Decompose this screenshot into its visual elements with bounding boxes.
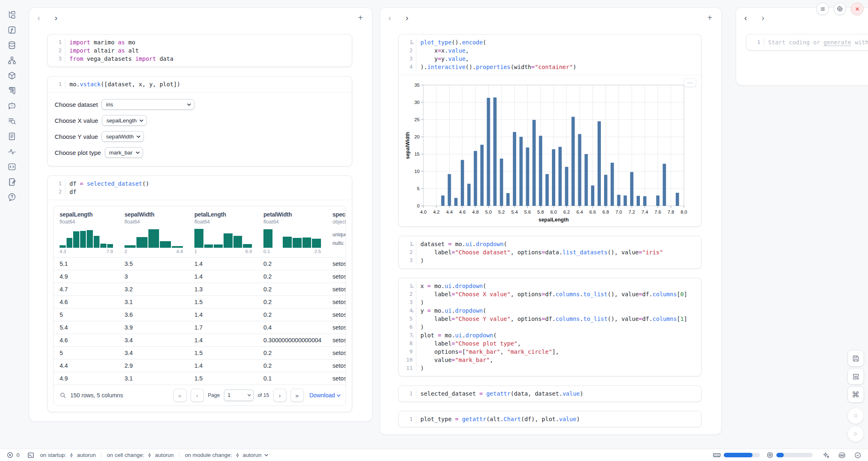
documentation-icon[interactable]: [7, 86, 17, 96]
add-column-icon[interactable]: +: [707, 14, 712, 21]
svg-text:25: 25: [414, 117, 420, 122]
tracing-icon[interactable]: [7, 147, 17, 157]
stop-button[interactable]: [847, 408, 864, 424]
add-column-icon[interactable]: +: [358, 14, 363, 21]
command-palette-button[interactable]: ⌘: [847, 386, 864, 403]
column-header-sepalWidth[interactable]: sepalWidthfloat6424.4: [119, 206, 189, 258]
column-header-petalLength[interactable]: petalLengthfloat6416.9: [189, 206, 258, 258]
chevron-down-icon: [136, 151, 140, 154]
table-cell: 5: [54, 309, 119, 321]
hist-max: 7.9: [106, 249, 113, 254]
table-row[interactable]: 4.63.41.40.3000000000000004setosa: [54, 334, 346, 347]
menu-button[interactable]: [816, 2, 829, 15]
line-numbers: 1: [48, 80, 65, 88]
code-export-icon[interactable]: [7, 162, 17, 172]
choose-plot-type-select[interactable]: mark_bar: [105, 147, 143, 158]
copilot-icon: [838, 452, 846, 459]
dependency-graph-icon[interactable]: [7, 55, 17, 65]
code-editor[interactable]: 1plot_type = getattr(alt.Chart(df), plot…: [399, 411, 701, 427]
column-forward-icon[interactable]: ›: [762, 14, 772, 21]
table-cell: 1.4: [189, 360, 258, 372]
packages-icon[interactable]: [7, 71, 17, 81]
last-page-button[interactable]: »: [291, 389, 304, 402]
table-row[interactable]: 4.93.11.50.1setosa: [54, 372, 346, 385]
choose-x-value-select[interactable]: sepalLength: [102, 115, 147, 126]
table-row[interactable]: 4.42.91.40.2setosa: [54, 360, 346, 372]
terminal-button[interactable]: [27, 452, 35, 459]
table-cell: 3.4: [119, 334, 189, 347]
table-cell: 0.3000000000000004: [258, 334, 327, 347]
first-page-button[interactable]: «: [173, 389, 187, 402]
logs-search-icon[interactable]: [7, 116, 17, 126]
choose-dataset-select[interactable]: iris: [102, 99, 194, 110]
svg-text:20: 20: [414, 134, 420, 139]
table-row[interactable]: 5.13.51.40.2setosa: [54, 258, 346, 270]
save-button[interactable]: [847, 350, 864, 366]
table-cell: 4.9: [54, 372, 119, 385]
column-back-icon[interactable]: ‹: [744, 14, 755, 21]
runtime-config-on-module-change[interactable]: on module change:autorun: [185, 452, 269, 458]
bar-chart[interactable]: 4.04.24.44.64.85.05.25.45.65.86.06.26.46…: [404, 80, 688, 225]
snippets-icon[interactable]: [7, 131, 17, 141]
copilot-button[interactable]: [838, 452, 846, 459]
choose-y-value-select[interactable]: sepalWidth: [102, 131, 144, 142]
column-forward-icon[interactable]: ›: [55, 14, 65, 21]
table-cell: 1.4: [189, 258, 258, 270]
ai-assistant-button[interactable]: [822, 452, 830, 459]
svg-text:30: 30: [414, 100, 420, 105]
column-header-species[interactable]: speciesobjectunique:nulls:: [327, 206, 346, 258]
scratchpad-icon[interactable]: [7, 177, 17, 187]
code-lines: dataset = mo.ui.dropdown( label="Choose …: [416, 240, 701, 265]
layout-toggle-button[interactable]: [847, 368, 864, 385]
hist-max: 6.9: [245, 249, 252, 254]
table-row[interactable]: 4.63.11.50.2setosa: [54, 296, 346, 309]
table-cell: 0.2: [258, 309, 327, 321]
column-back-icon[interactable]: ‹: [388, 14, 399, 21]
search-icon[interactable]: [60, 392, 66, 399]
column-header-sepalLength[interactable]: sepalLengthfloat644.37.9: [54, 206, 119, 258]
code-editor[interactable]: 1∨23dataset = mo.ui.dropdown( label="Cho…: [399, 236, 701, 268]
hist-max: 4.4: [176, 249, 183, 254]
function-icon[interactable]: [7, 25, 17, 35]
code-editor[interactable]: 123import marimo as moimport altair as a…: [48, 35, 352, 67]
download-button[interactable]: Download: [309, 392, 341, 399]
svg-text:sepalWidth: sepalWidth: [405, 132, 411, 159]
connection-status-icon[interactable]: [854, 452, 861, 459]
chat-icon[interactable]: [7, 101, 17, 111]
table-cell: setosa: [327, 296, 346, 309]
column-header-petalWidth[interactable]: petalWidthfloat640.12.5: [258, 206, 327, 258]
code-editor[interactable]: 1mo.vstack([dataset, x, y, plot]): [48, 76, 352, 92]
code-editor[interactable]: 1∨234plot_type().encode( x=x.value, y=y.…: [399, 35, 701, 75]
column-forward-icon[interactable]: ›: [406, 14, 416, 21]
table-row[interactable]: 5.43.91.70.4setosa: [54, 321, 346, 334]
code-editor[interactable]: 1selected_dataset = getattr(data, datase…: [399, 386, 701, 401]
code-editor[interactable]: 1∨234∨567∨891011x = mo.ui.dropdown( labe…: [399, 278, 701, 376]
file-explorer-icon[interactable]: [7, 10, 17, 20]
code-editor[interactable]: 1 Start coding or generate with AI: [746, 35, 868, 50]
table-cell: setosa: [327, 334, 346, 347]
datasources-icon[interactable]: [7, 40, 17, 50]
page-number-select[interactable]: 1: [224, 390, 254, 401]
generate-with-ai-link[interactable]: generate: [824, 39, 851, 46]
table-row[interactable]: 4.931.40.2setosa: [54, 270, 346, 283]
runtime-config-on-startup[interactable]: on startup:autorun: [40, 452, 96, 458]
column-dtype: float64: [194, 219, 258, 225]
prev-page-button[interactable]: ‹: [191, 389, 204, 402]
table-row[interactable]: 53.61.40.2setosa: [54, 309, 346, 321]
table-cell: 0.4: [258, 321, 327, 334]
column-back-icon[interactable]: ‹: [37, 14, 48, 21]
chart-options-button[interactable]: ⋯: [684, 78, 696, 87]
settings-button[interactable]: [833, 2, 846, 15]
help-icon[interactable]: [7, 192, 17, 202]
table-row[interactable]: 4.73.21.30.2setosa: [54, 283, 346, 296]
close-app-button[interactable]: [851, 2, 863, 15]
column-dtype: float64: [125, 219, 189, 225]
lightning-icon: [69, 452, 74, 458]
error-indicator[interactable]: 0: [7, 452, 20, 459]
run-button[interactable]: [847, 426, 864, 442]
table-row[interactable]: 53.41.50.2setosa: [54, 347, 346, 360]
column-name: petalWidth: [263, 211, 327, 218]
code-editor[interactable]: 12df = selected_dataset()df: [48, 176, 352, 200]
runtime-config-on-cell-change[interactable]: on cell change:autorun: [107, 452, 174, 458]
next-page-button[interactable]: ›: [273, 389, 286, 402]
